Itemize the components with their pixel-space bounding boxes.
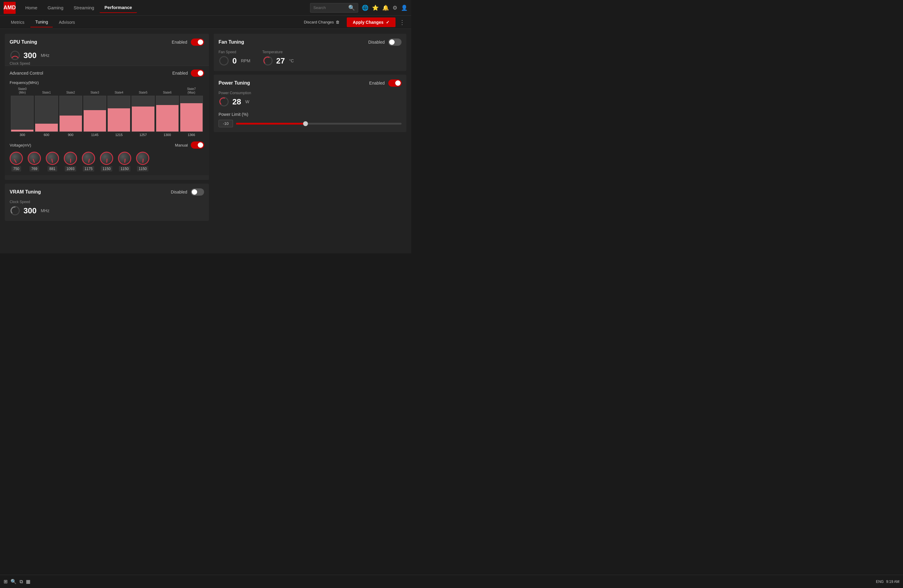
- vram-tuning-toggle[interactable]: [191, 189, 204, 196]
- temperature-section: Temperature 27 °C: [263, 50, 294, 66]
- power-tuning-toggle[interactable]: [388, 79, 401, 86]
- gpu-tuning-toggle[interactable]: [191, 39, 204, 46]
- voltage-knob-4[interactable]: [82, 152, 95, 165]
- freq-state-label-1: State1: [42, 91, 51, 94]
- knob-val-3: 1093: [65, 166, 77, 171]
- vram-tuning-title: VRAM Tuning: [9, 189, 41, 195]
- power-limit-section: Power Limit (%) -10: [219, 112, 401, 127]
- apply-changes-button[interactable]: Apply Changes ✓: [347, 17, 395, 27]
- sub-nav-actions: Discard Changes 🗑 Apply Changes ✓ ⋮: [300, 17, 405, 27]
- top-navigation: AMD Home Gaming Streaming Performance 🔍 …: [0, 0, 411, 16]
- freq-col-2: State2900: [59, 91, 82, 137]
- fan-gauge: [219, 55, 230, 66]
- bell-icon[interactable]: 🔔: [382, 5, 389, 11]
- knob-val-4: 1175: [83, 166, 94, 171]
- freq-val-1: 600: [44, 133, 49, 137]
- tab-advisors[interactable]: Advisors: [54, 17, 80, 27]
- knob-wrap-0: 750: [9, 152, 23, 171]
- freq-col-7: State7 (Max)1366: [180, 87, 203, 137]
- freq-state-label-6: State6: [163, 91, 171, 94]
- voltage-knob-5[interactable]: [100, 152, 113, 165]
- freq-col-1: State1600: [35, 91, 58, 137]
- freq-col-5: State51257: [132, 91, 154, 137]
- fan-metrics-row: Fan Speed 0 RPM Temperature: [219, 50, 401, 66]
- voltage-knob-6[interactable]: [118, 152, 131, 165]
- more-options-icon[interactable]: ⋮: [399, 19, 405, 26]
- search-input[interactable]: [313, 5, 346, 10]
- voltage-knob-3[interactable]: [64, 152, 77, 165]
- voltage-knob-0[interactable]: [9, 152, 23, 165]
- advanced-control-section: Advanced Control Enabled Frequency(MHz) …: [5, 66, 209, 175]
- freq-bar-wrap-4[interactable]: [107, 96, 131, 132]
- tab-metrics[interactable]: Metrics: [6, 17, 29, 27]
- power-limit-thumb[interactable]: [303, 121, 308, 126]
- gpu-clock-speed-label: Clock Speed: [9, 61, 204, 66]
- voltage-knob-7[interactable]: [136, 152, 149, 165]
- fan-tuning-toggle[interactable]: [388, 39, 401, 46]
- nav-links: Home Gaming Streaming Performance: [20, 2, 308, 13]
- voltage-header: Voltage(mV) Manual: [9, 141, 204, 149]
- voltage-knob-2[interactable]: [46, 152, 59, 165]
- temp-gauge: [263, 55, 273, 66]
- globe-icon[interactable]: 🌐: [362, 5, 368, 11]
- freq-state-label-3: State3: [90, 91, 99, 94]
- power-consumption-row: 28 W: [219, 96, 401, 107]
- voltage-label: Voltage(mV): [9, 143, 31, 148]
- svg-point-0: [11, 51, 19, 60]
- search-icon[interactable]: 🔍: [348, 5, 355, 11]
- svg-point-2: [220, 57, 228, 65]
- advanced-control-right: Enabled: [173, 69, 204, 77]
- knob-val-5: 1150: [101, 166, 113, 171]
- gpu-clock-value: 300: [24, 51, 36, 60]
- fan-speed-value: 0: [232, 56, 237, 66]
- voltage-mode-label: Manual: [175, 143, 188, 148]
- advanced-control-toggle[interactable]: [191, 69, 204, 77]
- freq-bar-wrap-5[interactable]: [132, 96, 154, 132]
- fan-disabled-label: Disabled: [368, 40, 385, 44]
- user-icon[interactable]: 👤: [401, 5, 407, 11]
- temp-unit: °C: [289, 58, 294, 63]
- gpu-clock-gauge: [9, 50, 20, 61]
- freq-bar-wrap-1[interactable]: [35, 96, 58, 132]
- power-value: 28: [232, 97, 241, 107]
- temp-value: 27: [276, 56, 285, 66]
- apply-label: Apply Changes: [353, 20, 384, 25]
- freq-col-4: State41215: [107, 91, 131, 137]
- freq-bar-wrap-6[interactable]: [156, 96, 179, 132]
- vram-tuning-header: VRAM Tuning Disabled: [9, 189, 204, 196]
- vram-tuning-card: VRAM Tuning Disabled Clock Speed 300 MHz: [5, 184, 209, 221]
- nav-item-performance[interactable]: Performance: [100, 2, 137, 13]
- tab-tuning[interactable]: Tuning: [30, 17, 53, 27]
- nav-item-home[interactable]: Home: [20, 3, 42, 13]
- voltage-toggle[interactable]: [191, 141, 204, 149]
- freq-col-6: State61300: [156, 91, 179, 137]
- nav-item-streaming[interactable]: Streaming: [69, 3, 99, 13]
- temperature-row: 27 °C: [263, 55, 294, 66]
- gpu-tuning-title: GPU Tuning: [9, 39, 37, 45]
- power-limit-track: [236, 123, 401, 124]
- gpu-clock-unit: MHz: [41, 53, 49, 58]
- voltage-knob-1[interactable]: [28, 152, 41, 165]
- temperature-label: Temperature: [263, 50, 294, 54]
- gear-icon[interactable]: ⚙: [393, 5, 397, 11]
- discard-changes-button[interactable]: Discard Changes 🗑: [300, 18, 343, 26]
- freq-bar-wrap-7[interactable]: [180, 96, 203, 132]
- fan-toggle-row: Disabled: [368, 39, 401, 46]
- fan-speed-row: 0 RPM: [219, 55, 250, 66]
- freq-bar-wrap-0[interactable]: [11, 96, 34, 132]
- knob-wrap-5: 1150: [100, 152, 113, 171]
- knob-wrap-2: 881: [46, 152, 59, 171]
- gpu-tuning-header: GPU Tuning Enabled: [9, 39, 204, 46]
- freq-bar-wrap-3[interactable]: [83, 96, 106, 132]
- fan-tuning-title: Fan Tuning: [219, 39, 244, 45]
- sub-navigation: Metrics Tuning Advisors Discard Changes …: [0, 16, 411, 29]
- search-box[interactable]: 🔍: [310, 3, 358, 13]
- nav-item-gaming[interactable]: Gaming: [43, 3, 68, 13]
- amd-logo: AMD: [4, 2, 16, 14]
- freq-val-7: 1366: [188, 133, 195, 137]
- freq-state-label-5: State5: [139, 91, 148, 94]
- freq-state-label-7: State7 (Max): [187, 87, 196, 94]
- gpu-tuning-toggle-row: Enabled: [172, 39, 204, 46]
- star-icon[interactable]: ⭐: [372, 5, 379, 11]
- freq-bar-wrap-2[interactable]: [59, 96, 82, 132]
